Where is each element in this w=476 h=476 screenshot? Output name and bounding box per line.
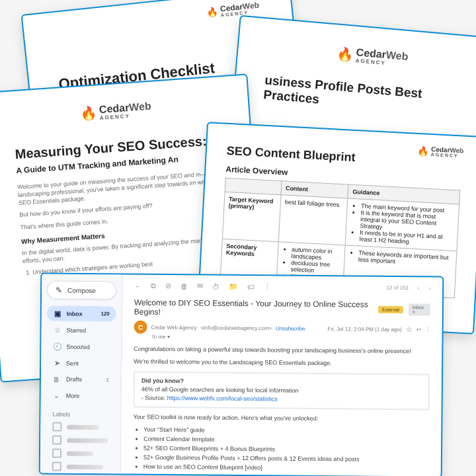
more-icon[interactable]: ⋮ [264, 282, 271, 291]
label-item[interactable] [46, 473, 115, 476]
move-icon[interactable]: 📁 [229, 282, 238, 291]
label-chip-inbox[interactable]: Inbox × [409, 303, 430, 315]
star-icon: ☆ [54, 326, 61, 335]
flame-icon: 🔥 [417, 145, 429, 156]
sidebar-item-inbox[interactable]: ▣ Inbox 120 [47, 305, 116, 321]
back-icon[interactable]: ← [134, 282, 141, 290]
pagination-label: 12 of 153 [386, 285, 408, 291]
reply-icon[interactable]: ↩ [416, 327, 421, 333]
mark-unread-icon[interactable]: ✉ [197, 282, 203, 290]
inbox-icon: ▣ [54, 309, 61, 318]
compose-label: Compose [67, 286, 96, 294]
label-item[interactable] [46, 420, 115, 434]
label-chip-external[interactable]: External [378, 305, 403, 313]
cedarweb-logo: 🔥 CedarWebAGENCY [267, 39, 476, 75]
mail-paragraph: Your SEO toolkit is now ready for action… [133, 413, 429, 424]
flame-icon: 🔥 [337, 46, 354, 63]
sidebar-item-starred[interactable]: ☆ Starred [46, 322, 116, 338]
archive-icon[interactable]: ⧉ [151, 282, 156, 290]
label-item[interactable] [46, 446, 115, 460]
label-color-icon [52, 462, 61, 471]
highlight-source-label: - Source: [141, 395, 167, 401]
mail-toolbar: ← ⧉ ⊘ 🗑 ✉ ⏱ 📁 🏷 ⋮ 12 of 153 ‹ › [134, 282, 430, 297]
label-item[interactable] [46, 433, 115, 447]
mail-paragraph: We're thrilled to welcome you to the Lan… [134, 358, 430, 369]
label-color-icon [52, 436, 61, 445]
more-icon[interactable]: ⋮ [425, 327, 430, 333]
label-color-icon [52, 422, 61, 432]
doc2-title: usiness Profile Posts Best Practices [263, 73, 475, 120]
row-content: best fall foliage trees [278, 195, 348, 245]
clock-icon: 🕘 [53, 342, 61, 351]
unsubscribe-link[interactable]: Unsubscribe [276, 325, 305, 331]
highlight-fact: 46% of all Google searches are looking f… [141, 386, 299, 394]
sidebar-item-sent[interactable]: ➤ Sent [46, 355, 116, 371]
cedarweb-logo-small: 🔥 CedarWebAGENCY [417, 145, 464, 159]
chevron-down-icon: ⌄ [53, 391, 61, 400]
sidebar-item-snoozed[interactable]: 🕘 Snoozed [46, 338, 116, 354]
next-icon[interactable]: › [428, 285, 430, 291]
delete-icon[interactable]: 🗑 [180, 282, 188, 290]
mail-timestamp: Fri, Jul 12, 2:04 PM (1 day ago) [328, 326, 402, 333]
flame-icon: 🔥 [80, 104, 98, 122]
did-you-know-box: Did you know? 46% of all Google searches… [134, 372, 430, 411]
send-icon: ➤ [53, 359, 61, 368]
prev-icon[interactable]: ‹ [418, 285, 420, 291]
cedarweb-logo: 🔥 CedarWebAGENCY [12, 96, 219, 128]
draft-icon: 🗎 [53, 376, 61, 383]
mail-paragraph: Congratulations on taking a powerful ste… [134, 345, 430, 356]
compose-button[interactable]: ✎ Compose [47, 280, 116, 299]
highlight-heading: Did you know? [141, 377, 184, 385]
document-collage: 🔥 CedarWebAGENCY Optimization Checklist … [0, 0, 476, 476]
labels-header: Labels [46, 411, 115, 418]
sender-avatar: C [134, 321, 147, 334]
mail-subject-row: Welcome to DIY SEO Essentials - Your Jou… [134, 298, 430, 319]
mail-reading-pane: ← ⧉ ⊘ 🗑 ✉ ⏱ 📁 🏷 ⋮ 12 of 153 ‹ › Welcome … [121, 274, 443, 476]
label-item[interactable] [46, 459, 115, 473]
source-link[interactable]: https://www.webfx.com/local-seo/statisti… [167, 395, 278, 402]
unlocked-list: Your "Start Here" guide Content Calendar… [143, 426, 429, 476]
label-color-icon [52, 449, 61, 458]
from-email: <info@cedarwebagency.com> [200, 325, 272, 331]
mail-sidebar: ✎ Compose ▣ Inbox 120 ☆ Starred 🕘 Snooze… [40, 274, 123, 473]
from-name: Cedar Web Agency [151, 324, 197, 331]
snooze-icon[interactable]: ⏱ [212, 282, 219, 290]
sidebar-item-drafts[interactable]: 🗎 Drafts 1 [46, 372, 116, 387]
row-label: Target Keyword (primary) [222, 192, 281, 241]
doc-welcome-email: ✎ Compose ▣ Inbox 120 ☆ Starred 🕘 Snooze… [39, 272, 444, 476]
pencil-icon: ✎ [56, 286, 62, 294]
labels-icon[interactable]: 🏷 [247, 283, 255, 291]
row-guidance: The main keyword for your post It is the… [346, 198, 459, 251]
report-icon[interactable]: ⊘ [165, 282, 171, 290]
star-icon[interactable]: ☆ [406, 325, 413, 334]
sidebar-item-more[interactable]: ⌄ More [46, 387, 116, 403]
mail-subject: Welcome to DIY SEO Essentials - Your Jou… [134, 298, 373, 319]
mail-body: Congratulations on taking a powerful ste… [132, 345, 430, 476]
flame-icon: 🔥 [206, 6, 219, 18]
